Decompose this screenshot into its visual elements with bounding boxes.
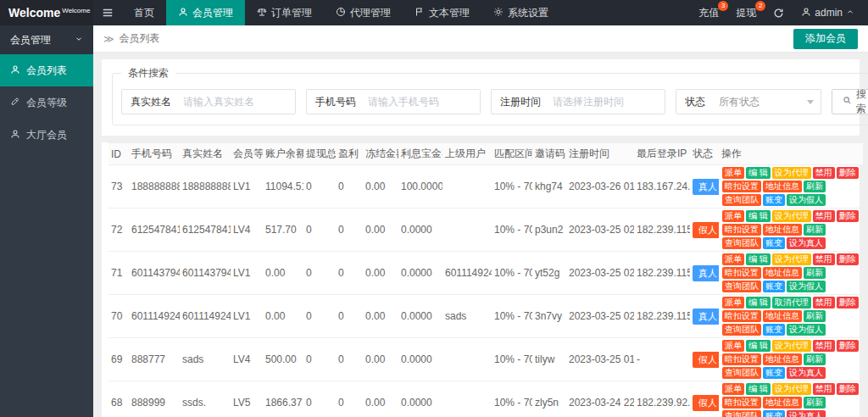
status-label: 状态 — [676, 95, 712, 109]
account-change-button[interactable]: 账变 — [763, 324, 785, 336]
real-name-input[interactable] — [178, 90, 295, 114]
search-fieldset: 条件搜索 真实姓名 手机号码 注册时间 — [112, 66, 868, 125]
query-team-button[interactable]: 查询团队 — [722, 281, 761, 292]
status-badge[interactable]: 假人 — [693, 395, 719, 411]
sidebar-item-member-level[interactable]: 会员等级 — [0, 86, 93, 119]
dispatch-button[interactable]: 派单 — [722, 383, 744, 395]
search-button[interactable]: 搜 索 — [832, 89, 868, 114]
dispatch-button[interactable]: 派单 — [722, 253, 744, 265]
nav-order-management[interactable]: 订单管理 — [245, 0, 324, 25]
query-team-button[interactable]: 查询团队 — [722, 194, 761, 206]
dispatch-button[interactable]: 派单 — [722, 210, 744, 222]
nav-home[interactable]: 首页 — [122, 0, 166, 25]
delete-button[interactable]: 删除 — [837, 383, 859, 395]
address-info-button[interactable]: 地址信息 — [763, 267, 802, 279]
delete-button[interactable]: 删除 — [837, 340, 859, 352]
edit-button[interactable]: 编 辑 — [746, 340, 771, 352]
address-info-button[interactable]: 地址信息 — [763, 310, 802, 322]
nav-member-management[interactable]: 会员管理 — [166, 0, 245, 25]
query-team-button[interactable]: 查询团队 — [722, 367, 761, 379]
query-team-button[interactable]: 查询团队 — [722, 324, 761, 336]
real-name-label: 真实姓名 — [122, 95, 178, 109]
withdraw-link[interactable]: 提现 2 — [736, 6, 756, 20]
nav-agent-management[interactable]: 代理管理 — [324, 0, 403, 25]
edit-button[interactable]: 编 辑 — [746, 383, 771, 395]
account-change-button[interactable]: 账变 — [763, 281, 785, 292]
hidden-deduction-settings-button[interactable]: 暗扣设置 — [722, 397, 761, 409]
sidebar-group-member-management[interactable]: 会员管理 — [0, 25, 93, 54]
refresh-icon[interactable] — [773, 8, 784, 19]
nav-system-settings[interactable]: 系统设置 — [481, 0, 560, 25]
set-fake-button[interactable]: 设为假人 — [787, 194, 826, 206]
disable-button[interactable]: 禁用 — [813, 253, 835, 265]
dispatch-button[interactable]: 派单 — [722, 340, 744, 352]
address-info-button[interactable]: 地址信息 — [763, 224, 802, 236]
sidebar-item-member-list[interactable]: 会员列表 — [0, 54, 93, 86]
dispatch-button[interactable]: 派单 — [722, 297, 744, 309]
delete-button[interactable]: 删除 — [837, 253, 859, 265]
refresh-button[interactable]: 刷新 — [804, 310, 826, 322]
refresh-button[interactable]: 刷新 — [804, 181, 826, 192]
cancel-agent-button[interactable]: 取消代理 — [772, 297, 811, 309]
status-badge[interactable]: 真人 — [693, 309, 719, 325]
set-fake-button[interactable]: 设为假人 — [787, 324, 826, 336]
sidebar-item-hall-member[interactable]: 大厅会员 — [0, 119, 93, 151]
hidden-deduction-settings-button[interactable]: 暗扣设置 — [722, 181, 761, 192]
hidden-deduction-settings-button[interactable]: 暗扣设置 — [722, 310, 761, 322]
disable-button[interactable]: 禁用 — [813, 383, 835, 395]
hidden-deduction-settings-button[interactable]: 暗扣设置 — [722, 267, 761, 279]
cell-profit: 0 — [336, 165, 363, 208]
account-change-button[interactable]: 账变 — [763, 237, 785, 249]
set-real-button[interactable]: 设为真人 — [787, 237, 826, 249]
disable-button[interactable]: 禁用 — [813, 210, 835, 222]
edit-button[interactable]: 编 辑 — [746, 210, 771, 222]
account-change-button[interactable]: 账变 — [763, 410, 785, 417]
cell-interest: 0.0000 — [398, 338, 442, 381]
delete-button[interactable]: 删除 — [837, 210, 859, 222]
set-agent-button[interactable]: 设为代理 — [772, 210, 811, 222]
delete-button[interactable]: 删除 — [837, 297, 859, 309]
disable-button[interactable]: 禁用 — [813, 167, 835, 179]
recharge-link[interactable]: 充值 3 — [698, 6, 719, 20]
set-agent-button[interactable]: 设为代理 — [772, 253, 811, 265]
set-fake-button[interactable]: 设为假人 — [787, 281, 826, 292]
refresh-button[interactable]: 刷新 — [804, 397, 826, 409]
address-info-button[interactable]: 地址信息 — [763, 353, 802, 365]
refresh-button[interactable]: 刷新 — [804, 267, 826, 279]
address-info-button[interactable]: 地址信息 — [763, 397, 802, 409]
delete-button[interactable]: 删除 — [837, 167, 859, 179]
address-info-button[interactable]: 地址信息 — [763, 181, 802, 192]
account-change-button[interactable]: 账变 — [763, 194, 785, 206]
cell-balance: 0.00 — [263, 295, 303, 338]
edit-button[interactable]: 编 辑 — [746, 167, 771, 179]
edit-button[interactable]: 编 辑 — [746, 297, 771, 309]
edit-button[interactable]: 编 辑 — [746, 253, 771, 265]
set-real-button[interactable]: 设为真人 — [787, 367, 826, 379]
disable-button[interactable]: 禁用 — [813, 340, 835, 352]
add-member-button[interactable]: 添加会员 — [793, 29, 858, 49]
status-badge[interactable]: 假人 — [693, 222, 719, 238]
hidden-deduction-settings-button[interactable]: 暗扣设置 — [722, 353, 761, 365]
cell-interest: 0.0000 — [398, 252, 442, 295]
account-change-button[interactable]: 账变 — [763, 367, 785, 379]
disable-button[interactable]: 禁用 — [813, 297, 835, 309]
menu-toggle-icon[interactable] — [93, 0, 122, 25]
status-badge[interactable]: 真人 — [693, 179, 719, 195]
admin-menu[interactable]: admin — [801, 7, 854, 19]
phone-input[interactable] — [363, 90, 480, 114]
set-agent-button[interactable]: 设为代理 — [772, 383, 811, 395]
query-team-button[interactable]: 查询团队 — [722, 237, 761, 249]
refresh-button[interactable]: 刷新 — [804, 224, 826, 236]
status-badge[interactable]: 真人 — [693, 265, 719, 281]
dispatch-button[interactable]: 派单 — [722, 167, 744, 179]
status-select[interactable]: 所有状态 — [712, 90, 821, 114]
status-badge[interactable]: 假人 — [693, 352, 719, 368]
set-agent-button[interactable]: 设为代理 — [772, 340, 811, 352]
refresh-button[interactable]: 刷新 — [804, 353, 826, 365]
register-time-input[interactable] — [548, 90, 665, 114]
hidden-deduction-settings-button[interactable]: 暗扣设置 — [722, 224, 761, 236]
query-team-button[interactable]: 查询团队 — [722, 410, 761, 417]
nav-text-management[interactable]: 文本管理 — [403, 0, 481, 25]
set-real-button[interactable]: 设为真人 — [787, 410, 826, 417]
set-agent-button[interactable]: 设为代理 — [772, 167, 811, 179]
